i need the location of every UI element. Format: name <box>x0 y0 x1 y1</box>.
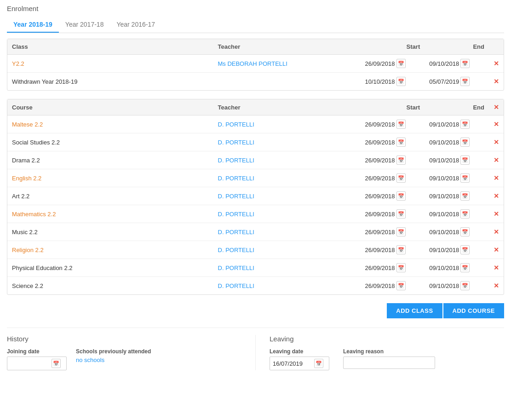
add-course-button[interactable]: ADD COURSE <box>443 303 504 318</box>
class-start-calendar-icon[interactable]: 📅 <box>396 59 406 68</box>
course-teacher[interactable]: D. PORTELLI <box>218 282 254 289</box>
course-end-date: 09/10/2018 <box>429 121 459 128</box>
class-teacher-cell[interactable]: Ms DEBORAH PORTELLI <box>213 55 360 73</box>
course-delete-icon[interactable]: ✕ <box>494 246 499 253</box>
tab-2017-18[interactable]: Year 2017-18 <box>59 17 110 33</box>
leaving-date-calendar-icon[interactable]: 📅 <box>314 359 323 368</box>
class-end-calendar-icon[interactable]: 📅 <box>460 59 470 68</box>
history-section: History Joining date 📅 Schools previousl… <box>7 335 256 370</box>
course-start-date: 26/09/2018 <box>365 157 395 164</box>
class-delete-icon[interactable]: ✕ <box>494 78 499 85</box>
course-name[interactable]: Religion 2.2 <box>12 247 44 253</box>
course-teacher-cell[interactable]: D. PORTELLI <box>213 241 361 259</box>
course-start-date-wrapper: 26/09/2018 📅 <box>365 191 420 201</box>
course-name-cell: Art 2.2 <box>7 187 213 205</box>
course-table-row: Physical Education 2.2 D. PORTELLI 26/09… <box>7 259 504 277</box>
course-end-calendar-icon[interactable]: 📅 <box>460 263 470 272</box>
course-start-calendar-icon[interactable]: 📅 <box>396 209 406 219</box>
course-teacher-cell[interactable]: D. PORTELLI <box>213 169 361 187</box>
course-teacher[interactable]: D. PORTELLI <box>218 247 254 253</box>
course-name-cell[interactable]: English 2.2 <box>7 169 213 187</box>
course-name-cell[interactable]: Religion 2.2 <box>7 241 213 259</box>
class-start-calendar-icon[interactable]: 📅 <box>396 77 406 86</box>
course-end-calendar-icon[interactable]: 📅 <box>460 120 470 129</box>
course-start-calendar-icon[interactable]: 📅 <box>396 263 406 272</box>
course-name[interactable]: English 2.2 <box>12 175 41 182</box>
course-start-date-wrapper: 26/09/2018 📅 <box>365 245 420 254</box>
course-teacher-cell[interactable]: D. PORTELLI <box>213 223 361 241</box>
course-end-calendar-icon[interactable]: 📅 <box>460 173 470 183</box>
leaving-date-input[interactable] <box>273 360 314 367</box>
course-teacher-cell[interactable]: D. PORTELLI <box>213 205 361 223</box>
course-delete-icon[interactable]: ✕ <box>494 174 499 182</box>
course-start-calendar-icon[interactable]: 📅 <box>396 138 406 147</box>
class-delete-icon[interactable]: ✕ <box>494 60 499 67</box>
end-col-header-course: End <box>425 99 489 115</box>
joining-date-calendar-icon[interactable]: 📅 <box>52 359 61 368</box>
course-teacher-cell[interactable]: D. PORTELLI <box>213 133 361 151</box>
course-delete-icon[interactable]: ✕ <box>494 264 499 271</box>
course-end-calendar-icon[interactable]: 📅 <box>460 191 470 201</box>
course-end-calendar-icon[interactable]: 📅 <box>460 209 470 219</box>
course-teacher-cell[interactable]: D. PORTELLI <box>213 187 361 205</box>
joining-date-input[interactable] <box>10 360 52 367</box>
course-delete-icon[interactable]: ✕ <box>494 282 499 289</box>
course-teacher-cell[interactable]: D. PORTELLI <box>213 151 361 169</box>
course-end-calendar-icon[interactable]: 📅 <box>460 227 470 236</box>
course-end-calendar-icon[interactable]: 📅 <box>460 245 470 254</box>
course-start-cell: 26/09/2018 📅 <box>360 277 425 295</box>
course-teacher[interactable]: D. PORTELLI <box>218 121 254 128</box>
course-teacher[interactable]: D. PORTELLI <box>218 265 254 271</box>
add-class-button[interactable]: ADD CLASS <box>387 303 442 318</box>
class-teacher[interactable]: Ms DEBORAH PORTELLI <box>218 60 287 67</box>
course-name-cell[interactable]: Mathematics 2.2 <box>7 205 213 223</box>
course-start-calendar-icon[interactable]: 📅 <box>396 173 406 183</box>
course-delete-icon[interactable]: ✕ <box>494 156 499 164</box>
course-start-date: 26/09/2018 <box>365 193 395 200</box>
class-end-calendar-icon[interactable]: 📅 <box>460 77 470 86</box>
class-table-row: Withdrawn Year 2018-19 10/10/2018 📅 05/0… <box>7 73 504 91</box>
course-start-calendar-icon[interactable]: 📅 <box>396 227 406 236</box>
course-teacher[interactable]: D. PORTELLI <box>218 175 254 182</box>
course-teacher[interactable]: D. PORTELLI <box>218 193 254 200</box>
tab-2018-19[interactable]: Year 2018-19 <box>7 17 59 33</box>
course-start-calendar-icon[interactable]: 📅 <box>396 120 406 129</box>
course-delete-icon[interactable]: ✕ <box>494 138 499 146</box>
course-teacher[interactable]: D. PORTELLI <box>218 229 254 236</box>
course-start-calendar-icon[interactable]: 📅 <box>396 155 406 165</box>
leaving-date-input-wrapper[interactable]: 📅 <box>270 357 329 370</box>
course-name-cell[interactable]: Maltese 2.2 <box>7 115 213 133</box>
course-name[interactable]: Maltese 2.2 <box>12 121 43 128</box>
course-start-calendar-icon[interactable]: 📅 <box>396 245 406 254</box>
course-name: Music 2.2 <box>12 229 38 236</box>
tab-2016-17[interactable]: Year 2016-17 <box>110 17 161 33</box>
class-name: Withdrawn Year 2018-19 <box>12 78 77 85</box>
course-table: Course Teacher Start End ✕ Maltese 2.2 D… <box>7 99 504 294</box>
class-table: Class Teacher Start End Y2.2 Ms DEBORAH … <box>7 39 504 90</box>
joining-date-input-wrapper[interactable]: 📅 <box>7 357 67 370</box>
leaving-reason-input[interactable] <box>343 357 435 369</box>
class-name[interactable]: Y2.2 <box>12 60 24 67</box>
class-name-cell[interactable]: Y2.2 <box>7 55 213 73</box>
course-delete-icon[interactable]: ✕ <box>494 121 499 128</box>
course-delete-icon[interactable]: ✕ <box>494 228 499 236</box>
class-start-cell: 26/09/2018 📅 <box>360 55 425 73</box>
course-delete-icon[interactable]: ✕ <box>494 192 499 200</box>
no-schools-link[interactable]: no schools <box>76 357 151 363</box>
course-teacher[interactable]: D. PORTELLI <box>218 211 254 218</box>
course-teacher-cell[interactable]: D. PORTELLI <box>213 277 361 295</box>
course-teacher-cell[interactable]: D. PORTELLI <box>213 259 361 277</box>
course-end-calendar-icon[interactable]: 📅 <box>460 138 470 147</box>
course-teacher[interactable]: D. PORTELLI <box>218 157 254 164</box>
course-action-cell: ✕ <box>489 205 504 223</box>
course-start-calendar-icon[interactable]: 📅 <box>396 281 406 290</box>
course-end-calendar-icon[interactable]: 📅 <box>460 155 470 165</box>
course-table-row: Maltese 2.2 D. PORTELLI 26/09/2018 📅 09/… <box>7 115 504 133</box>
course-teacher[interactable]: D. PORTELLI <box>218 139 254 146</box>
course-start-calendar-icon[interactable]: 📅 <box>396 191 406 201</box>
course-teacher-cell[interactable]: D. PORTELLI <box>213 115 361 133</box>
course-table-container: Course Teacher Start End ✕ Maltese 2.2 D… <box>7 99 504 295</box>
course-name[interactable]: Mathematics 2.2 <box>12 211 56 218</box>
course-end-calendar-icon[interactable]: 📅 <box>460 281 470 290</box>
course-delete-icon[interactable]: ✕ <box>494 210 499 218</box>
